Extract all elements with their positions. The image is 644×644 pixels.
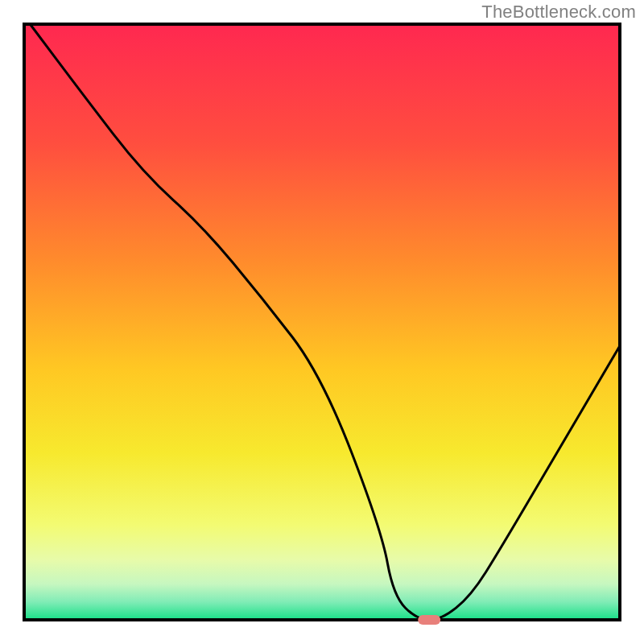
chart-container: { "watermark": "TheBottleneck.com", "cha… — [0, 0, 644, 644]
plot-background — [24, 24, 620, 620]
bottleneck-chart — [0, 0, 644, 644]
watermark-text: TheBottleneck.com — [481, 2, 636, 23]
optimal-marker — [418, 615, 440, 625]
